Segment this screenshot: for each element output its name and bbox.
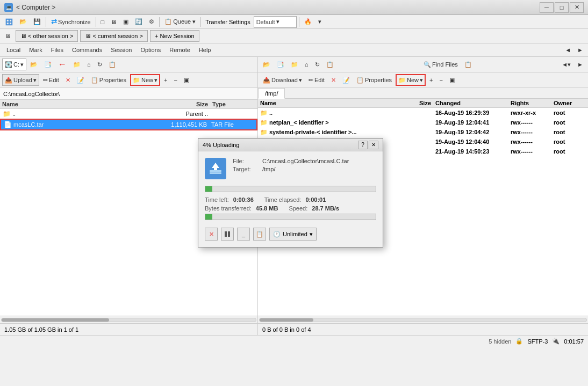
right-col-name[interactable]: Name — [260, 100, 392, 106]
filter-button[interactable]: ▣ — [181, 74, 192, 86]
table-row[interactable]: 📁 netplan_< identifier > 19-Aug-19 12:04… — [258, 118, 588, 127]
new-right-button[interactable]: 📁 New ▾ — [396, 74, 426, 86]
right-parent-changed: 16-Aug-19 16:29:39 — [435, 110, 511, 116]
right-home-btn[interactable]: ⌂ — [302, 59, 311, 70]
right-folder-btn[interactable]: 📂 — [260, 59, 273, 70]
icon1[interactable]: □ — [98, 16, 107, 28]
edit-button[interactable]: ✏ Edit — [40, 74, 62, 86]
collapse-button[interactable]: − — [171, 74, 180, 86]
back-button[interactable]: ◄ — [562, 44, 573, 56]
right-bookmark-btn[interactable]: 📑 — [274, 59, 287, 70]
right-collapse-button[interactable]: − — [436, 74, 445, 86]
right-properties-button[interactable]: 📋 Properties — [354, 74, 395, 86]
left-scroll-track[interactable] — [1, 318, 256, 322]
right-copy-btn[interactable]: 📋 — [324, 59, 336, 70]
save-button[interactable]: 💾 — [31, 16, 44, 28]
left-scroll-thumb[interactable] — [2, 318, 109, 322]
right-filter-button[interactable]: ▣ — [447, 74, 457, 86]
right-file-header: Name Size Changed Rights Owner — [258, 99, 588, 108]
right-col-owner[interactable]: Owner — [554, 100, 586, 106]
queue-button[interactable]: 📋 Queue ▾ — [162, 16, 198, 28]
icon3[interactable]: ▣ — [120, 16, 131, 28]
bytes-label: Bytes transferred: — [205, 205, 252, 212]
right-refresh-btn[interactable]: ↻ — [312, 59, 322, 70]
left-hscroll[interactable] — [0, 316, 257, 323]
expand-button[interactable]: + — [161, 74, 170, 86]
folder-btn2[interactable]: 📁 — [70, 59, 83, 70]
maximize-button[interactable]: □ — [555, 2, 569, 13]
new-site-button[interactable]: ⊞ — [2, 16, 16, 28]
right-extra-btn[interactable]: 📋 — [462, 59, 475, 70]
progress-bar-2 — [205, 214, 376, 220]
menu-options[interactable]: Options — [136, 46, 165, 54]
table-row[interactable]: 📁 .. Parent .. — [0, 109, 257, 119]
dialog-pause-button[interactable] — [221, 228, 234, 241]
open-button[interactable]: 📂 — [17, 16, 30, 28]
minimize-button[interactable]: ─ — [540, 2, 554, 13]
delete-button[interactable]: ✕ — [63, 74, 73, 86]
home-btn[interactable]: ⌂ — [84, 59, 94, 70]
find-files-button[interactable]: 🔍 Find Files — [421, 59, 461, 70]
dialog-close-button[interactable]: ✕ — [369, 141, 378, 149]
systemd1-owner: root — [554, 129, 586, 135]
bookmark-btn[interactable]: 📑 — [41, 59, 54, 70]
drive-icon: 💽 — [5, 61, 12, 68]
right-edit-button[interactable]: ✏ Edit — [306, 74, 327, 86]
right-scroll-track[interactable] — [259, 318, 587, 322]
transfer-default[interactable]: Default ▾ — [254, 16, 297, 28]
right-expand-button[interactable]: + — [427, 74, 435, 86]
dialog-cancel-button[interactable]: ✕ — [205, 228, 218, 241]
menu-files[interactable]: Files — [47, 46, 68, 54]
right-delete-button[interactable]: ✕ — [328, 74, 339, 86]
right-scroll-thumb[interactable] — [260, 318, 313, 322]
folder-btn1[interactable]: 📂 — [27, 59, 40, 70]
right-folder2-btn[interactable]: 📁 — [288, 59, 301, 70]
properties-left-button[interactable]: 📋 Properties — [88, 74, 129, 86]
drive-select[interactable]: 💽 C: ▾ — [2, 59, 26, 70]
speed-select[interactable]: 🕐 Unlimited ▾ — [269, 228, 317, 241]
left-arrow-btn[interactable]: ← — [55, 59, 69, 70]
copy-btn[interactable]: 📋 — [106, 59, 119, 70]
upload-button[interactable]: 📤 Upload ▾ — [2, 74, 39, 86]
settings-button[interactable]: ⚙ — [146, 16, 157, 28]
table-row[interactable]: 📄 mcasLC.tar 1,110,451 KB TAR File — [0, 119, 257, 130]
table-row[interactable]: 📁 systemd-private-< identifier >... 19-A… — [258, 127, 588, 137]
dialog-copy-button[interactable]: 📋 — [253, 228, 266, 241]
menu-local[interactable]: Local — [2, 46, 25, 54]
icon4[interactable]: 🔄 — [132, 16, 145, 28]
table-row[interactable]: 📁 .. 16-Aug-19 16:29:39 rwxr-xr-x root — [258, 108, 588, 118]
sync-button[interactable]: ⇄ Synchronize — [48, 16, 94, 28]
dialog-minimize-button[interactable]: _ — [237, 228, 250, 241]
current-session-button[interactable]: 🖥 < current session > — [80, 30, 148, 42]
close-button[interactable]: ✕ — [570, 2, 584, 13]
left-col-size[interactable]: Size — [169, 101, 212, 107]
menu-mark[interactable]: Mark — [25, 46, 46, 54]
fire-dropdown[interactable]: ▾ — [315, 16, 324, 28]
right-col-changed[interactable]: Changed — [435, 100, 511, 106]
left-col-name[interactable]: Name — [2, 101, 169, 107]
tab-tmp[interactable]: /tmp/ — [258, 88, 285, 99]
systemd3-changed: 21-Aug-19 14:50:23 — [435, 148, 511, 155]
right-hscroll[interactable] — [258, 316, 588, 323]
icon2[interactable]: 🖥 — [108, 16, 119, 28]
time-left-group: Time left: 0:00:36 — [205, 196, 254, 203]
right-back-btn[interactable]: ◄▾ — [559, 59, 573, 70]
forward-button[interactable]: ► — [575, 44, 586, 56]
right-rename-button[interactable]: 📝 — [340, 74, 353, 86]
fire-button[interactable]: 🔥 — [302, 16, 314, 28]
right-forward-btn[interactable]: ► — [575, 59, 586, 70]
dialog-help-button[interactable]: ? — [358, 141, 368, 149]
right-col-size[interactable]: Size — [392, 100, 435, 106]
menu-remote[interactable]: Remote — [165, 46, 195, 54]
other-session-button[interactable]: 🖥 < other session > — [16, 30, 78, 42]
new-session-button[interactable]: + New Session — [150, 30, 199, 42]
refresh-btn[interactable]: ↻ — [95, 59, 105, 70]
left-col-type[interactable]: Type — [212, 101, 255, 107]
menu-commands[interactable]: Commands — [68, 46, 106, 54]
rename-button[interactable]: 📝 — [74, 74, 87, 86]
download-button[interactable]: 📥 Download ▾ — [260, 74, 305, 86]
new-left-button[interactable]: 📁 New ▾ — [130, 74, 160, 86]
right-col-rights[interactable]: Rights — [511, 100, 554, 106]
menu-help[interactable]: Help — [195, 46, 216, 54]
menu-session[interactable]: Session — [106, 46, 136, 54]
